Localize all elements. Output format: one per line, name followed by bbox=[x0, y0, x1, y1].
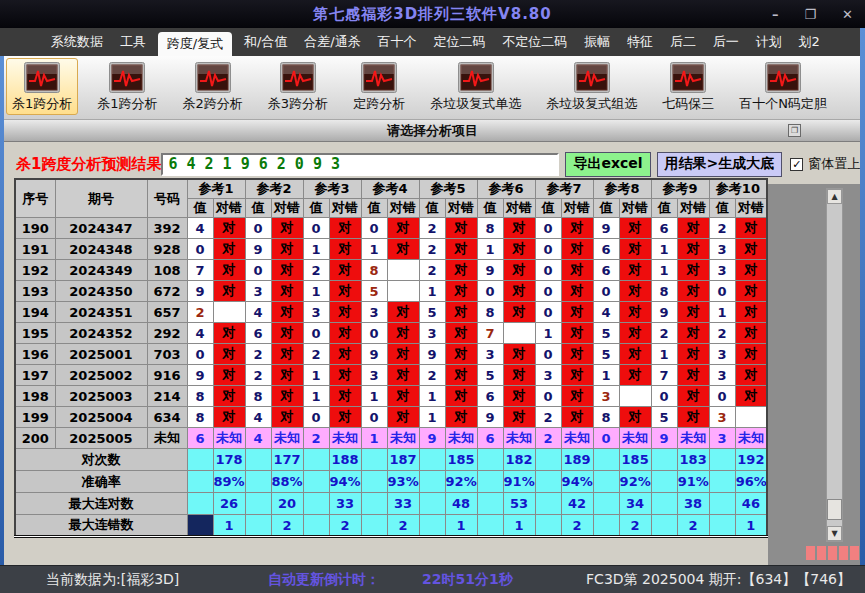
value-cell[interactable]: 0 bbox=[477, 281, 503, 302]
summary-value[interactable]: 2 bbox=[677, 515, 709, 537]
toolbar-item[interactable]: 杀垃圾复式组选 bbox=[540, 58, 643, 115]
result-cell[interactable]: 对 bbox=[445, 386, 477, 407]
result-cell[interactable]: 对 bbox=[329, 323, 361, 344]
toolbar-item[interactable]: 杀3跨分析 bbox=[262, 58, 334, 115]
value-cell[interactable]: 2 bbox=[709, 218, 735, 239]
number-cell[interactable]: 214 bbox=[147, 386, 187, 407]
value-cell[interactable]: 1 bbox=[651, 239, 677, 260]
value-cell[interactable]: 2 bbox=[419, 218, 445, 239]
toolbar-item[interactable]: 杀垃圾复式单选 bbox=[424, 58, 527, 115]
value-cell[interactable]: 3 bbox=[535, 365, 561, 386]
result-cell[interactable]: 对 bbox=[271, 323, 303, 344]
value-cell[interactable]: 2 bbox=[245, 365, 271, 386]
toolbar-item[interactable]: 杀2跨分析 bbox=[177, 58, 249, 115]
result-cell[interactable]: 对 bbox=[387, 407, 419, 428]
result-cell[interactable]: 对 bbox=[329, 239, 361, 260]
value-cell[interactable]: 9 bbox=[593, 218, 619, 239]
summary-empty-cell[interactable] bbox=[535, 515, 561, 537]
summary-empty-cell[interactable] bbox=[187, 493, 213, 515]
result-cell[interactable] bbox=[387, 281, 419, 302]
summary-empty-cell[interactable] bbox=[593, 471, 619, 493]
period-cell[interactable]: 2025003 bbox=[55, 386, 147, 407]
summary-value[interactable]: 188 bbox=[329, 449, 361, 471]
result-cell[interactable]: 对 bbox=[735, 239, 767, 260]
value-cell[interactable]: 1 bbox=[303, 365, 329, 386]
topmost-checkbox[interactable]: ✓ bbox=[790, 158, 803, 171]
period-cell[interactable]: 2025005 bbox=[55, 428, 147, 449]
value-cell[interactable]: 0 bbox=[709, 281, 735, 302]
summary-label[interactable]: 最大连对数 bbox=[15, 493, 187, 515]
summary-value[interactable]: 93% bbox=[387, 471, 419, 493]
value-cell[interactable]: 5 bbox=[593, 344, 619, 365]
period-cell[interactable]: 2024348 bbox=[55, 239, 147, 260]
summary-value[interactable]: 183 bbox=[677, 449, 709, 471]
result-cell[interactable]: 对 bbox=[271, 281, 303, 302]
value-cell[interactable]: 5 bbox=[361, 281, 387, 302]
result-cell[interactable]: 未知 bbox=[271, 428, 303, 449]
value-cell[interactable]: 3 bbox=[361, 302, 387, 323]
period-cell[interactable]: 2024350 bbox=[55, 281, 147, 302]
result-cell[interactable]: 对 bbox=[271, 302, 303, 323]
summary-value[interactable]: 2 bbox=[619, 515, 651, 537]
result-cell[interactable] bbox=[503, 323, 535, 344]
value-cell[interactable]: 0 bbox=[709, 386, 735, 407]
result-cell[interactable]: 对 bbox=[271, 344, 303, 365]
seq-cell[interactable]: 194 bbox=[15, 302, 55, 323]
summary-label[interactable]: 准确率 bbox=[15, 471, 187, 493]
seq-cell[interactable]: 197 bbox=[15, 365, 55, 386]
value-cell[interactable]: 3 bbox=[361, 365, 387, 386]
result-cell[interactable]: 未知 bbox=[329, 428, 361, 449]
menu-item[interactable]: 后二 bbox=[665, 28, 701, 56]
summary-empty-cell[interactable] bbox=[245, 515, 271, 537]
seq-cell[interactable]: 193 bbox=[15, 281, 55, 302]
result-cell[interactable]: 对 bbox=[329, 260, 361, 281]
menu-item[interactable]: 合差/通杀 bbox=[299, 28, 365, 56]
result-cell[interactable]: 对 bbox=[735, 365, 767, 386]
value-cell[interactable]: 9 bbox=[419, 344, 445, 365]
result-cell[interactable]: 对 bbox=[445, 239, 477, 260]
summary-value[interactable]: 192 bbox=[735, 449, 767, 471]
value-cell[interactable]: 2 bbox=[303, 428, 329, 449]
summary-empty-cell[interactable] bbox=[245, 471, 271, 493]
summary-empty-cell[interactable] bbox=[593, 515, 619, 537]
value-cell[interactable]: 3 bbox=[477, 344, 503, 365]
value-cell[interactable]: 8 bbox=[651, 281, 677, 302]
number-cell[interactable]: 703 bbox=[147, 344, 187, 365]
result-cell[interactable]: 对 bbox=[329, 218, 361, 239]
scrollbar-thumb[interactable] bbox=[827, 499, 842, 520]
summary-value[interactable]: 1 bbox=[445, 515, 477, 537]
summary-value[interactable]: 182 bbox=[503, 449, 535, 471]
result-cell[interactable] bbox=[387, 260, 419, 281]
result-cell[interactable]: 未知 bbox=[735, 428, 767, 449]
result-cell[interactable]: 对 bbox=[677, 365, 709, 386]
value-cell[interactable]: 0 bbox=[593, 281, 619, 302]
summary-empty-cell[interactable] bbox=[303, 449, 329, 471]
value-cell[interactable]: 0 bbox=[303, 323, 329, 344]
value-cell[interactable]: 1 bbox=[651, 344, 677, 365]
result-cell[interactable]: 对 bbox=[619, 302, 651, 323]
summary-empty-cell[interactable] bbox=[361, 493, 387, 515]
summary-value[interactable]: 178 bbox=[213, 449, 245, 471]
result-cell[interactable]: 对 bbox=[329, 302, 361, 323]
summary-empty-cell[interactable] bbox=[419, 471, 445, 493]
result-cell[interactable]: 对 bbox=[561, 407, 593, 428]
value-cell[interactable]: 0 bbox=[535, 218, 561, 239]
summary-empty-cell[interactable] bbox=[361, 471, 387, 493]
summary-value[interactable]: 33 bbox=[329, 493, 361, 515]
value-cell[interactable]: 0 bbox=[303, 407, 329, 428]
value-cell[interactable]: 3 bbox=[303, 302, 329, 323]
value-cell[interactable]: 1 bbox=[419, 281, 445, 302]
result-cell[interactable]: 对 bbox=[735, 281, 767, 302]
summary-empty-cell[interactable] bbox=[477, 493, 503, 515]
value-cell[interactable]: 2 bbox=[303, 344, 329, 365]
value-cell[interactable]: 2 bbox=[303, 260, 329, 281]
summary-empty-cell[interactable] bbox=[709, 493, 735, 515]
value-cell[interactable]: 6 bbox=[245, 323, 271, 344]
summary-empty-cell[interactable] bbox=[303, 493, 329, 515]
result-cell[interactable]: 未知 bbox=[213, 428, 245, 449]
result-cell[interactable]: 未知 bbox=[619, 428, 651, 449]
result-cell[interactable]: 对 bbox=[735, 386, 767, 407]
summary-empty-cell[interactable] bbox=[535, 449, 561, 471]
result-cell[interactable]: 对 bbox=[213, 218, 245, 239]
value-cell[interactable]: 1 bbox=[419, 407, 445, 428]
